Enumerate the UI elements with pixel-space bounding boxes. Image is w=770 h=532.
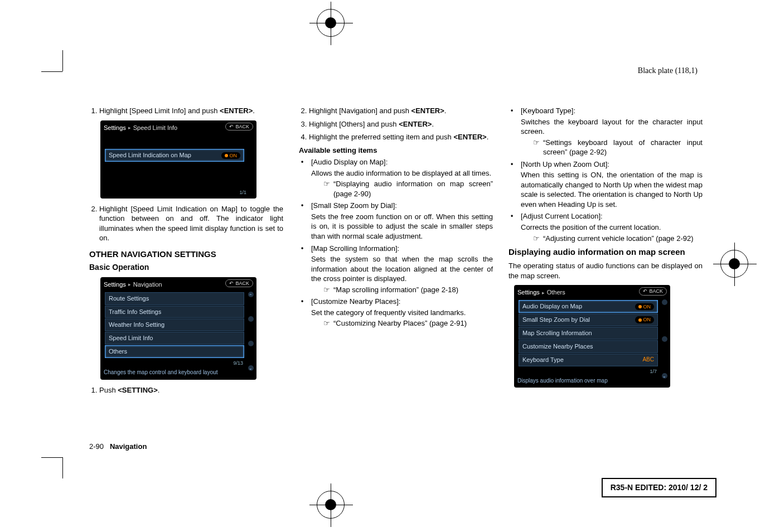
row-label: Traffic Info Settings — [109, 308, 161, 316]
caption: Displays audio information over map — [517, 375, 667, 385]
item-title: [Customize Nearby Places]: — [311, 297, 400, 306]
crop-mark — [41, 71, 62, 72]
heading-available-items: Available setting items — [299, 146, 493, 156]
pointing-hand-icon — [323, 179, 330, 189]
step-1-text: Highlight [Speed Limit Info] and push — [99, 107, 220, 115]
item-keyboard-type: [Keyboard Type]: Switches the keyboard l… — [509, 106, 703, 157]
item-title: [Small Step Zoom by Dial]: — [311, 201, 397, 210]
ref-text: “Displaying audio information on map scr… — [333, 179, 493, 199]
screenshot-others: Settings ▸ Others ↶ BACK Audio Display o… — [514, 285, 670, 388]
heading-display-audio: Displaying audio information on map scre… — [509, 246, 703, 258]
column-right: [Keyboard Type]: Switches the keyboard l… — [509, 106, 703, 398]
row-route-settings: Route Settings — [105, 292, 244, 305]
abc-label: ABC — [642, 356, 654, 364]
chevron-right-icon: ▸ — [128, 124, 131, 131]
item-desc: Allows the audio information to be displ… — [311, 168, 493, 178]
scroll-dot-icon — [662, 299, 667, 305]
cross-ref: “Displaying audio information on map scr… — [311, 179, 493, 199]
row-audio-display: Audio Display on Map ON — [519, 300, 658, 313]
item-small-step-zoom: [Small Step Zoom by Dial]: Sets the free… — [299, 201, 493, 241]
row-speed-limit-info: Speed Limit Info — [105, 332, 244, 345]
cross-ref: “Customizing Nearby Places” (page 2-91) — [311, 318, 493, 328]
pointing-hand-icon — [323, 285, 330, 295]
pager: 9/13 — [104, 359, 253, 366]
back-button: ↶ BACK — [225, 123, 253, 130]
back-label: BACK — [235, 280, 249, 287]
blackplate-label: Black plate (118,1) — [638, 66, 698, 76]
crop-mark — [62, 50, 63, 71]
step-3: Highlight [Others] and push <ENTER>. — [309, 119, 493, 129]
crumb-navigation: Navigation — [133, 280, 162, 289]
item-desc: Sets the free zoom function on or off. W… — [311, 212, 493, 241]
pointing-hand-icon — [533, 138, 540, 148]
crop-mark — [62, 457, 63, 478]
back-label: BACK — [235, 123, 249, 130]
row-small-step: Small Step Zoom by Dial ON — [519, 313, 658, 326]
crumb-settings: Settings — [104, 124, 126, 132]
enter-label: <ENTER> — [411, 107, 444, 115]
ref-text: “Settings keyboard layout of character i… — [543, 138, 703, 157]
on-indicator: ON — [221, 152, 241, 159]
item-desc: Set the category of frequently visited l… — [311, 308, 493, 318]
registration-mark — [317, 491, 345, 519]
ref-text: “Customizing Nearby Places” (page 2-91) — [333, 318, 467, 328]
crumb-speed-limit: Speed Limit Info — [133, 124, 178, 132]
crop-mark — [41, 457, 62, 458]
item-title: [Map Scrolling Information]: — [311, 244, 399, 253]
row-label: Weather Info Setting — [109, 321, 164, 329]
back-arrow-icon: ↶ — [229, 280, 234, 287]
row-weather-info: Weather Info Setting — [105, 318, 244, 331]
row-customize-nearby: Customize Nearby Places — [519, 340, 658, 353]
item-customize-nearby: [Customize Nearby Places]: Set the categ… — [299, 297, 493, 328]
crumb-settings: Settings — [104, 280, 126, 289]
chevron-right-icon: ▸ — [542, 289, 545, 296]
column-left: Highlight [Speed Limit Info] and push <E… — [89, 106, 283, 398]
row-label: Map Scrolling Information — [522, 329, 592, 337]
back-arrow-icon: ↶ — [229, 123, 234, 130]
item-map-scrolling: [Map Scrolling Information]: Sets the sy… — [299, 244, 493, 295]
edit-stamp: R35-N EDITED: 2010/ 12/ 2 — [602, 478, 716, 497]
back-arrow-icon: ↶ — [643, 288, 647, 294]
page-footer: 2-90 Navigation — [89, 442, 147, 452]
column-middle: Highlight [Navigation] and push <ENTER>.… — [299, 106, 493, 398]
ref-text: “Adjusting current vehicle location” (pa… — [543, 234, 694, 244]
row-label: Speed Limit Info — [109, 334, 153, 342]
on-label: ON — [643, 303, 651, 310]
row-keyboard-type: Keyboard Type ABC — [519, 354, 658, 366]
item-title: [Adjust Current Location]: — [521, 212, 603, 220]
cross-ref: “Map scrolling information” (page 2-18) — [311, 285, 493, 295]
screenshot-speed-limit: Settings ▸ Speed Limit Info ↶ BACK Speed… — [100, 120, 256, 199]
step-4: Highlight the preferred setting item and… — [309, 132, 493, 142]
item-desc: Switches the keyboard layout for the cha… — [521, 117, 703, 137]
item-audio-display: [Audio Display on Map]: Allows the audio… — [299, 157, 493, 199]
row-label: Speed Limit Indication on Map — [109, 151, 191, 159]
item-title: [Keyboard Type]: — [521, 107, 575, 115]
ref-text: “Map scrolling information” (page 2-18) — [333, 285, 458, 295]
step-push-setting: Push <SETTING>. — [99, 385, 283, 395]
row-map-scroll: Map Scrolling Information — [519, 327, 658, 340]
scroll-down-icon — [248, 365, 254, 371]
display-audio-para: The operating status of audio functions … — [509, 261, 703, 280]
row-label: Others — [109, 347, 127, 356]
heading-basic-op: Basic Operation — [89, 262, 283, 273]
crumb-settings: Settings — [517, 288, 540, 297]
item-desc: Corrects the position of the current loc… — [521, 223, 703, 233]
enter-label: <ENTER> — [399, 120, 432, 128]
on-dot-icon — [225, 154, 228, 157]
on-dot-icon — [638, 305, 642, 308]
pager: 1/1 — [100, 188, 256, 196]
item-desc: When this setting is ON, the orientation… — [521, 170, 703, 209]
row-label: Route Settings — [109, 294, 149, 303]
row-label: Keyboard Type — [522, 356, 564, 364]
scroll-dot-icon — [248, 341, 254, 346]
row-traffic-info: Traffic Info Settings — [105, 306, 244, 318]
page-number: 2-90 — [89, 442, 104, 451]
back-label: BACK — [649, 288, 663, 294]
item-adjust-location: [Adjust Current Location]: Corrects the … — [509, 211, 703, 243]
scroll-dot-icon — [662, 336, 667, 342]
enter-label: <ENTER> — [453, 133, 486, 141]
back-button: ↶ BACK — [639, 287, 667, 295]
on-label: ON — [643, 316, 651, 323]
registration-mark — [317, 9, 345, 37]
caption: Changes the map control and keyboard lay… — [104, 366, 253, 376]
